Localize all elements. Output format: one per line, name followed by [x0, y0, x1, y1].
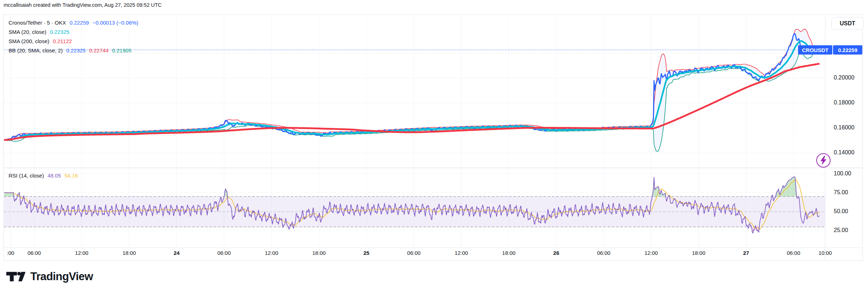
- last-price-value: 0.22259: [70, 20, 89, 26]
- time-tick-label: 24: [174, 250, 180, 256]
- time-tick-label: 27: [743, 250, 749, 256]
- time-tick-label: 12:00: [644, 250, 658, 256]
- lightning-icon: [819, 156, 827, 165]
- time-tick-label: 06:00: [27, 250, 41, 256]
- price-pane-legend: Cronos/Tether · 5 · OKX 0.22259 −0.00013…: [9, 18, 142, 55]
- time-tick-label: 18:00: [122, 250, 136, 256]
- legend-bb-row[interactable]: BB (20, SMA, close, 2) 0.22325 0.22744 0…: [9, 46, 142, 55]
- last-price-badge: CROUSDT 0.22259: [798, 45, 862, 55]
- time-tick-label: 06:00: [407, 250, 421, 256]
- tradingview-chart-screenshot: mccallisaiah created with TradingView.co…: [0, 0, 868, 293]
- time-tick-label: 10:00: [818, 250, 832, 256]
- rsi-tick-label: 50.00: [834, 208, 848, 215]
- time-tick-label: 06:00: [787, 250, 800, 256]
- rsi-tick-label: 25.00: [834, 227, 848, 233]
- price-tick-label: 0.20000: [834, 74, 854, 81]
- legend-symbol-row[interactable]: Cronos/Tether · 5 · OKX 0.22259 −0.00013…: [9, 18, 142, 27]
- rsi-pane-legend: RSI (14, close) 48.05 54.16: [9, 171, 81, 180]
- price-tick-label: 0.14000: [834, 149, 854, 156]
- bb-lower-value: 0.21905: [112, 47, 131, 53]
- legend-sma200-row[interactable]: SMA (200, close) 0.21122: [9, 36, 142, 46]
- time-tick-label: 26: [553, 250, 559, 256]
- time-tick-label: 12:00: [455, 250, 468, 256]
- time-tick-label: 12:00: [75, 250, 88, 256]
- bb-basis-value: 0.22325: [66, 47, 86, 53]
- rsi-value: 48.05: [47, 173, 61, 179]
- price-tick-label: 0.18000: [834, 99, 854, 106]
- time-tick-label: 18:00: [692, 250, 705, 256]
- time-tick-label: 12:00: [265, 250, 278, 256]
- price-change-value: −0.00013 (−0.06%): [92, 20, 138, 26]
- boost-button[interactable]: [816, 153, 831, 168]
- legend-rsi-row[interactable]: RSI (14, close) 48.05 54.16: [9, 171, 81, 180]
- badge-symbol: CROUSDT: [798, 45, 832, 55]
- time-tick-label: :00: [7, 250, 14, 256]
- sma20-label: SMA (20, close): [9, 29, 46, 35]
- bb-upper-value: 0.22744: [89, 47, 108, 53]
- symbol-title: Cronos/Tether · 5 · OKX: [9, 20, 66, 26]
- rsi-ma-value: 54.16: [65, 173, 78, 179]
- sma20-value: 0.22325: [50, 29, 69, 35]
- bb-label: BB (20, SMA, close, 2): [9, 47, 63, 53]
- sma200-value: 0.21122: [53, 38, 72, 44]
- rsi-tick-label: 75.00: [834, 189, 848, 196]
- badge-price: 0.22259: [833, 45, 862, 55]
- time-tick-label: 18:00: [502, 250, 516, 256]
- rsi-label: RSI (14, close): [9, 173, 44, 179]
- legend-sma20-row[interactable]: SMA (20, close) 0.22325: [9, 27, 142, 36]
- time-tick-label: 06:00: [217, 250, 231, 256]
- time-tick-label: 06:00: [597, 250, 610, 256]
- sma200-label: SMA (200, close): [9, 38, 49, 44]
- bb-lower-line: [4, 50, 819, 151]
- time-tick-label: 25: [364, 250, 370, 256]
- price-tick-label: 0.16000: [834, 124, 854, 131]
- tradingview-logo-icon: [6, 269, 26, 284]
- rsi-tick-label: 100.00: [834, 170, 851, 177]
- sma20-line: [4, 41, 819, 140]
- tradingview-logo-text: TradingView: [30, 270, 93, 283]
- tradingview-logo[interactable]: TradingView: [6, 269, 93, 284]
- time-tick-label: 18:00: [312, 250, 326, 256]
- rsi-pane: [4, 177, 825, 233]
- currency-unit-button[interactable]: USDT: [831, 17, 864, 30]
